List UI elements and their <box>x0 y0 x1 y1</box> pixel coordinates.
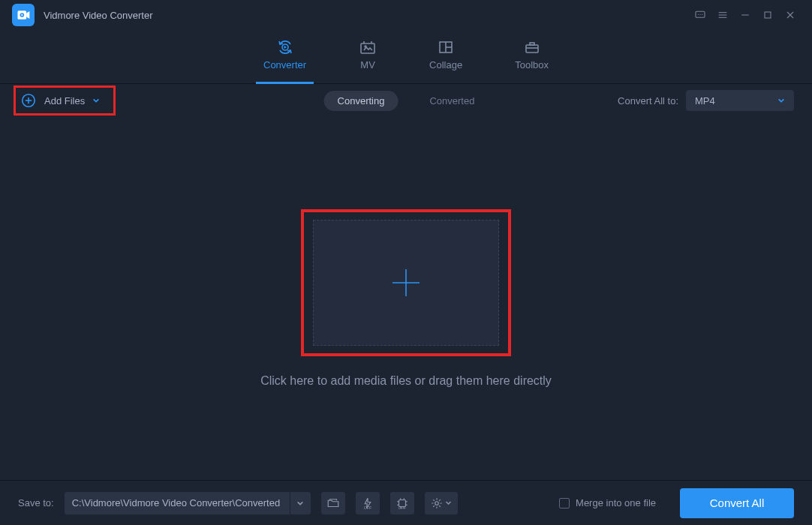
tab-converter[interactable]: Converter <box>263 38 306 75</box>
tab-toolbox-label: Toolbox <box>515 59 549 70</box>
output-format-select[interactable]: MP4 <box>686 90 794 111</box>
converted-tab[interactable]: Converted <box>416 91 488 111</box>
tab-converter-label: Converter <box>263 59 306 70</box>
app-window: Vidmore Video Converter Converter MV <box>0 0 812 525</box>
bolt-off-icon: OFF <box>361 496 374 510</box>
chip-off-icon: OFF <box>395 496 409 510</box>
add-files-label: Add Files <box>44 95 85 106</box>
minimize-button[interactable] <box>734 4 756 26</box>
chevron-down-icon <box>445 500 452 506</box>
add-files-highlight: Add Files <box>14 86 116 116</box>
tab-mv[interactable]: MV <box>359 38 377 75</box>
svg-text:OFF: OFF <box>363 506 371 510</box>
chevron-down-icon <box>92 95 100 106</box>
merge-label: Merge into one file <box>576 497 656 508</box>
gear-icon <box>430 496 444 510</box>
convert-all-button[interactable]: Convert All <box>680 488 794 518</box>
titlebar: Vidmore Video Converter <box>0 0 812 30</box>
svg-point-3 <box>698 14 699 15</box>
tab-collage-label: Collage <box>429 59 462 70</box>
app-logo <box>12 4 35 26</box>
svg-point-40 <box>435 501 439 505</box>
tab-toolbox[interactable]: Toolbox <box>515 38 549 75</box>
save-path-dropdown[interactable] <box>290 492 311 514</box>
converting-tab[interactable]: Converting <box>324 91 398 111</box>
close-button[interactable] <box>779 4 801 26</box>
save-to-label: Save to: <box>18 497 54 508</box>
add-media-dropzone[interactable] <box>313 220 499 346</box>
svg-point-17 <box>365 46 366 47</box>
maximize-button[interactable] <box>756 4 779 26</box>
main-tabs: Converter MV Collage Toolbox <box>0 30 812 84</box>
high-speed-button[interactable]: OFF <box>390 492 414 514</box>
open-folder-button[interactable] <box>321 492 345 514</box>
plus-circle-icon <box>20 92 37 109</box>
menu-icon[interactable] <box>711 4 734 26</box>
convert-all-to-label: Convert All to: <box>618 95 678 106</box>
svg-rect-22 <box>530 43 534 45</box>
checkbox-icon <box>559 498 570 508</box>
add-files-button[interactable]: Add Files <box>20 92 100 109</box>
drop-hint-text: Click here to add media files or drag th… <box>260 374 552 388</box>
settings-button[interactable] <box>425 492 458 514</box>
svg-rect-21 <box>526 45 538 52</box>
merge-checkbox[interactable]: Merge into one file <box>559 497 656 508</box>
tab-collage[interactable]: Collage <box>429 38 462 75</box>
app-title: Vidmore Video Converter <box>44 10 153 21</box>
footer: Save to: OFF OFF Merge into one file Con… <box>0 480 812 525</box>
svg-rect-10 <box>765 12 771 18</box>
main-area: Click here to add media files or drag th… <box>0 117 812 480</box>
svg-text:OFF: OFF <box>398 506 406 510</box>
output-format-value: MP4 <box>695 95 715 106</box>
feedback-icon[interactable] <box>689 4 711 26</box>
svg-point-4 <box>699 14 700 15</box>
hardware-accel-button[interactable]: OFF <box>356 492 380 514</box>
plus-icon <box>388 265 424 301</box>
toolbar: Add Files Converting Converted Convert A… <box>0 84 812 117</box>
tab-mv-label: MV <box>360 59 375 70</box>
save-path-box <box>65 492 311 514</box>
folder-icon <box>326 496 340 510</box>
svg-point-5 <box>702 14 702 15</box>
save-path-input[interactable] <box>65 492 290 514</box>
drop-zone-highlight <box>301 209 511 356</box>
chevron-down-icon <box>777 97 785 104</box>
